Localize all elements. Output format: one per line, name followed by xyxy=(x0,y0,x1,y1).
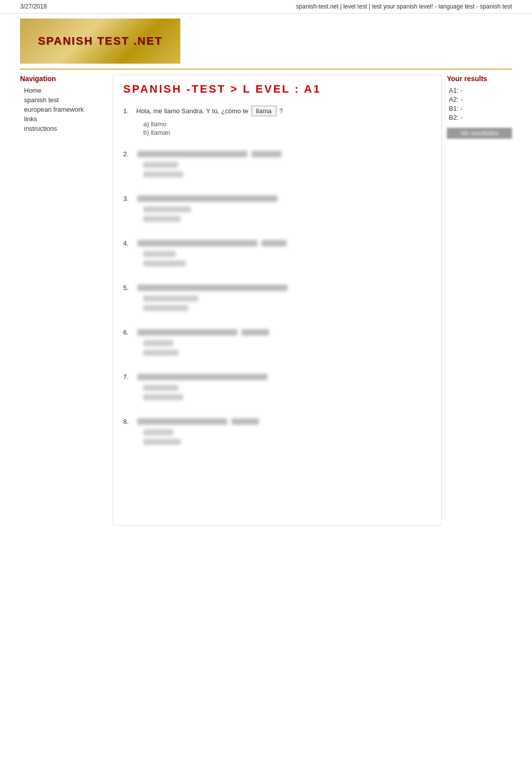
nav-link-spanish-test[interactable]: spanish test xyxy=(24,96,59,104)
results-title: Your results xyxy=(447,75,512,83)
q8-b xyxy=(143,439,181,445)
main-layout: Navigation Home spanish test european fr… xyxy=(20,75,512,526)
test-title: SPANISH -TEST > L EVEL : A1 xyxy=(123,83,431,96)
question-8: 8. xyxy=(123,418,431,448)
q4-text xyxy=(137,240,257,246)
question-3: 3. xyxy=(123,195,431,225)
q2-text xyxy=(137,151,247,157)
q8-num: 8. xyxy=(123,418,133,425)
nav-link-home[interactable]: Home xyxy=(24,87,42,94)
top-bar: 3/27/2018 spanish-test.net | level test … xyxy=(0,0,532,14)
sidebar-item-instructions[interactable]: instructions xyxy=(24,125,108,132)
question-6-row: 6. xyxy=(123,329,431,336)
question-1-post: ? xyxy=(280,107,283,115)
question-3-row: 3. xyxy=(123,195,431,202)
sidebar-item-home[interactable]: Home xyxy=(24,87,108,94)
q5-num: 5. xyxy=(123,284,133,292)
sidebar: Navigation Home spanish test european fr… xyxy=(20,75,108,526)
q8-a xyxy=(143,429,173,435)
question-7-row: 7. xyxy=(123,373,431,381)
content-area: SPANISH -TEST > L EVEL : A1 1. Hola, me … xyxy=(113,75,442,526)
site-logo: SPANISH TEST .NET xyxy=(20,19,180,64)
question-1-row: 1. Hola, me llamo Sandra. Y tú, ¿cómo te… xyxy=(123,106,431,116)
q6-blank xyxy=(241,329,269,336)
page-title: spanish-test.net | level test | test you… xyxy=(296,3,512,10)
results-list: A1: - A2: - B1: - B2: - xyxy=(447,87,512,121)
q4-b xyxy=(143,260,186,267)
nav-title: Navigation xyxy=(20,75,108,83)
sidebar-item-spanish-test[interactable]: spanish test xyxy=(24,96,108,104)
sidebar-item-links[interactable]: links xyxy=(24,115,108,123)
q8-answers xyxy=(123,429,431,448)
q8-blank xyxy=(231,418,259,425)
question-6: 6. xyxy=(123,329,431,359)
result-b2: B2: - xyxy=(449,114,512,121)
question-8-row: 8. xyxy=(123,418,431,425)
q4-answers xyxy=(123,251,431,270)
q6-b xyxy=(143,350,178,356)
q3-b xyxy=(143,216,181,222)
q3-text xyxy=(137,195,278,202)
result-b1: B1: - xyxy=(449,105,512,112)
q3-a xyxy=(143,206,191,212)
q5-b xyxy=(143,305,188,311)
result-a1: A1: - xyxy=(449,87,512,94)
date-label: 3/27/2018 xyxy=(20,3,47,10)
q5-a xyxy=(143,296,198,302)
q5-answers xyxy=(123,296,431,315)
q2-b xyxy=(143,171,183,177)
q6-num: 6. xyxy=(123,329,133,336)
question-5: 5. xyxy=(123,284,431,315)
q5-text xyxy=(137,285,288,291)
logo-text: SPANISH TEST .NET xyxy=(38,35,163,48)
q4-num: 4. xyxy=(123,239,133,247)
q7-text xyxy=(137,374,268,380)
question-1-blank[interactable]: llama xyxy=(251,106,277,116)
q4-a xyxy=(143,251,176,257)
nav-link-links[interactable]: links xyxy=(24,115,37,123)
q3-answers xyxy=(123,206,431,225)
footer xyxy=(0,536,532,546)
nav-link-european-framework[interactable]: european framework xyxy=(24,106,84,113)
question-5-row: 5. xyxy=(123,284,431,292)
q7-a xyxy=(143,385,178,391)
question-4-row: 4. xyxy=(123,239,431,247)
nav-link-instructions[interactable]: instructions xyxy=(24,125,57,132)
q6-text xyxy=(137,329,237,336)
q2-num: 2. xyxy=(123,150,133,158)
question-2-row: 2. xyxy=(123,150,431,158)
q3-num: 3. xyxy=(123,195,133,202)
results-panel: Your results A1: - A2: - B1: - B2: - Ver… xyxy=(447,75,512,526)
question-1-number: 1. xyxy=(123,107,133,115)
q6-answers xyxy=(123,340,431,359)
result-a2: A2: - xyxy=(449,96,512,103)
nav-list: Home spanish test european framework lin… xyxy=(20,87,108,132)
q4-blank xyxy=(261,240,287,246)
question-2: 2. xyxy=(123,150,431,181)
q8-text xyxy=(137,418,227,425)
header-divider xyxy=(20,69,512,70)
question-1-answers: a) llamo b) llaman xyxy=(123,120,431,136)
question-1-pre: Hola, me llamo Sandra. Y tú, ¿cómo te xyxy=(136,107,248,115)
answer-1b[interactable]: b) llaman xyxy=(143,129,431,136)
q6-a xyxy=(143,340,173,346)
sidebar-item-european-framework[interactable]: european framework xyxy=(24,106,108,113)
question-1: 1. Hola, me llamo Sandra. Y tú, ¿cómo te… xyxy=(123,106,431,136)
q7-num: 7. xyxy=(123,373,133,381)
q2-blank xyxy=(251,151,282,157)
results-button[interactable]: Ver resultados xyxy=(447,128,512,139)
q7-b xyxy=(143,394,183,400)
q2-answers xyxy=(123,162,431,181)
q7-answers xyxy=(123,385,431,404)
question-7: 7. xyxy=(123,373,431,404)
question-4: 4. xyxy=(123,239,431,270)
q2-a xyxy=(143,162,178,168)
answer-1a[interactable]: a) llamo xyxy=(143,120,431,128)
